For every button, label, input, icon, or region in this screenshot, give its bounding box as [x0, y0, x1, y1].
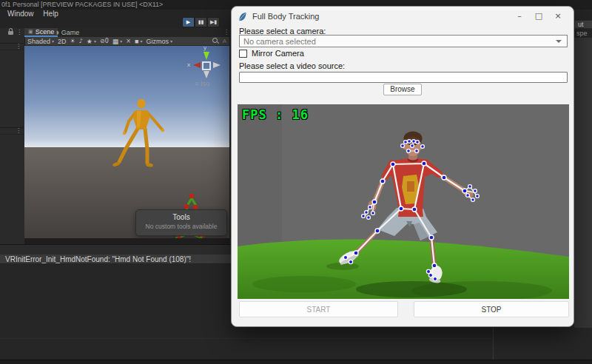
- status-bar: [0, 360, 592, 364]
- fbt-window-title: Full Body Tracking: [252, 12, 510, 21]
- axis-right-cone-icon[interactable]: [213, 62, 221, 68]
- camera-dropdown[interactable]: No camera selected: [239, 35, 568, 47]
- axis-x-cone-icon[interactable]: [193, 62, 201, 68]
- projection-toggle[interactable]: ≡ Iso: [195, 80, 209, 87]
- panel-divider[interactable]: [493, 328, 494, 360]
- mirror-camera-row: Mirror Camera: [239, 49, 304, 58]
- maximize-button[interactable]: □: [529, 9, 548, 24]
- scene-tab-label: Scene: [36, 27, 55, 36]
- feather-app-icon: [238, 12, 247, 21]
- scene-view-toolbar: Shaded ▾ 2D ☀ ♪ ★ ▾ ⊘0 ▦ ▾ × ■ ▾ Gizmos …: [24, 37, 229, 46]
- game-tab-label: Game: [61, 28, 80, 37]
- play-button[interactable]: ▶: [182, 17, 195, 27]
- chevron-down-icon: ▾: [120, 38, 122, 44]
- chevron-down-icon: ▾: [52, 38, 54, 44]
- fps-counter: FPS : 16: [242, 107, 309, 122]
- tab-game[interactable]: ◗ Game: [53, 28, 83, 37]
- inspector-panel-fragment: [574, 38, 592, 328]
- search-scope-label: A: [223, 38, 226, 44]
- component-tools-icon[interactable]: ×: [126, 38, 131, 44]
- minimize-button[interactable]: –: [510, 9, 529, 24]
- panel-seam: [0, 338, 493, 339]
- tools-overlay[interactable]: Tools No custom tools available: [135, 209, 227, 236]
- orientation-gizmo[interactable]: y x ≡ Iso: [188, 46, 225, 89]
- chevron-down-icon: ▾: [170, 38, 172, 44]
- search-icon[interactable]: [212, 38, 219, 44]
- iso-menu-icon: ≡: [195, 80, 198, 87]
- grid-icon: ▦: [112, 38, 119, 45]
- stop-button[interactable]: STOP: [414, 301, 569, 317]
- console-log-text: VRInitError_Init_HmdNotFound: "Hmd Not F…: [5, 255, 191, 263]
- game-tab-icon: ◗: [56, 28, 59, 37]
- lighting-icon[interactable]: ☀: [70, 38, 75, 44]
- effects-icon: ★: [87, 38, 92, 45]
- axis-x-label: x: [187, 61, 190, 68]
- tab-kebab-icon[interactable]: ⋮: [223, 29, 229, 36]
- layout-button-fragment[interactable]: ut: [574, 20, 592, 29]
- camera-dropdown[interactable]: ■ ▾: [135, 38, 142, 45]
- gizmos-dropdown[interactable]: Gizmos ▾: [146, 38, 172, 45]
- browse-button[interactable]: Browse: [383, 84, 422, 95]
- kebab-menu-icon[interactable]: ⋮: [16, 43, 21, 50]
- axis-down-cone-icon[interactable]: [204, 71, 209, 78]
- chevron-down-icon: [556, 40, 562, 43]
- shading-mode-dropdown[interactable]: Shaded ▾: [27, 38, 54, 45]
- left-panel-section[interactable]: ⋮: [0, 127, 24, 135]
- start-button[interactable]: START: [239, 301, 398, 317]
- fbt-window: Full Body Tracking – □ × Please select a…: [231, 6, 574, 327]
- tools-overlay-title: Tools: [136, 213, 226, 221]
- axis-y-label: y: [204, 46, 206, 51]
- chevron-down-icon: ▾: [94, 38, 96, 44]
- grid-dropdown[interactable]: ▦ ▾: [112, 38, 123, 45]
- unity-left-panel: ⋮ ⋮: [0, 37, 25, 244]
- scene-viewport[interactable]: y x ≡ Iso Tools No custom tools availabl…: [24, 46, 229, 238]
- chevron-down-icon: ▾: [140, 38, 142, 44]
- axis-y-cone-icon[interactable]: [204, 52, 209, 60]
- audio-icon[interactable]: ♪: [79, 38, 83, 44]
- mirror-camera-label: Mirror Camera: [252, 49, 304, 58]
- play-controls: ▶ ▮▮ ▶▮: [182, 17, 220, 27]
- inspector-tab-fragment[interactable]: spe: [574, 29, 592, 38]
- right-edge-panels: ut spe: [574, 10, 592, 328]
- video-source-label: Please select a video source:: [239, 61, 345, 70]
- effects-dropdown[interactable]: ★ ▾: [87, 38, 96, 45]
- toggle-2d[interactable]: 2D: [58, 38, 67, 45]
- gizmo-center-cube[interactable]: [202, 61, 211, 70]
- menu-item-window[interactable]: Window: [7, 10, 34, 18]
- camera-icon: ■: [135, 38, 138, 45]
- hidden-objects-icon[interactable]: ⊘0: [100, 38, 109, 44]
- kebab-menu-icon[interactable]: ⋮: [16, 127, 21, 135]
- hierarchy-mini-header: ⋮: [0, 28, 24, 37]
- lock-icon[interactable]: [8, 31, 13, 35]
- camera-dropdown-value: No camera selected: [240, 37, 556, 46]
- scene-bottom-edge: [24, 238, 229, 244]
- step-button[interactable]: ▶▮: [207, 17, 220, 27]
- projection-label: Iso: [201, 80, 209, 87]
- fbt-title-bar[interactable]: Full Body Tracking – □ ×: [232, 7, 574, 26]
- left-panel-section[interactable]: ⋮: [0, 43, 24, 50]
- scene-tab-icon: ▣: [28, 27, 33, 36]
- pause-button[interactable]: ▮▮: [195, 17, 207, 27]
- close-button[interactable]: ×: [548, 9, 568, 24]
- unity-title-text: 0f1 Personal [PREVIEW PACKAGES IN USE] <…: [1, 1, 163, 8]
- kebab-menu-icon[interactable]: ⋮: [16, 29, 22, 36]
- pose-tracking-render: [238, 104, 569, 299]
- mirror-camera-checkbox[interactable]: [239, 50, 247, 58]
- video-source-input[interactable]: [239, 72, 568, 83]
- video-feed: FPS : 16: [238, 104, 569, 299]
- screen: 0f1 Personal [PREVIEW PACKAGES IN USE] <…: [0, 0, 592, 364]
- menu-item-help[interactable]: Help: [43, 10, 58, 18]
- tools-overlay-subtitle: No custom tools available: [136, 223, 226, 230]
